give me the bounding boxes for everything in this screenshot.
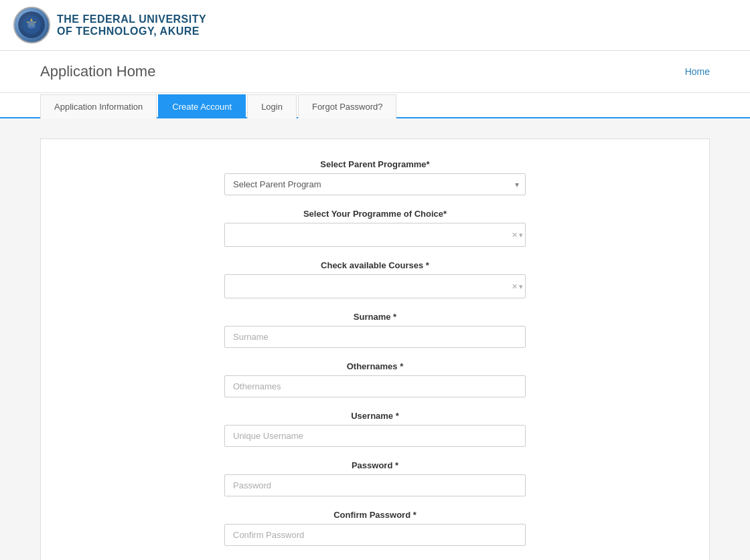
- surname-label: Surname *: [354, 312, 396, 322]
- site-header: THE FEDERAL UNIVERSITY OF TECHNOLOGY, AK…: [0, 0, 750, 51]
- check-courses-label: Check available Courses *: [321, 260, 429, 270]
- confirm-password-input[interactable]: [224, 524, 526, 546]
- check-courses-control[interactable]: [224, 274, 526, 298]
- clear-icon: ✕: [512, 282, 518, 291]
- select-parent-wrapper: Select Parent Program: [224, 173, 526, 195]
- select-parent-dropdown[interactable]: Select Parent Program: [224, 173, 526, 195]
- select-programme-control[interactable]: [224, 223, 526, 247]
- chevron-down-icon: ▾: [519, 231, 523, 240]
- password-input[interactable]: [224, 474, 526, 496]
- username-label: Username *: [351, 411, 399, 421]
- password-group: Password *: [61, 460, 689, 496]
- othernames-group: Othernames *: [61, 361, 689, 397]
- surname-group: Surname *: [61, 312, 689, 348]
- tab-login[interactable]: Login: [247, 94, 297, 118]
- clear-icon: ✕: [512, 231, 518, 240]
- svg-point-3: [27, 21, 35, 29]
- page-header: Application Home Home: [0, 51, 750, 93]
- select-programme-icons: ✕ ▾: [512, 231, 523, 240]
- tabs-container: Application Information Create Account L…: [0, 93, 750, 118]
- tab-forgot-password[interactable]: Forgot Password?: [298, 94, 397, 118]
- main-content: Select Parent Programme* Select Parent P…: [0, 118, 750, 560]
- confirm-password-group: Confirm Password *: [61, 510, 689, 546]
- select-programme-group: Select Your Programme of Choice* ✕ ▾: [61, 209, 689, 247]
- confirm-password-label: Confirm Password *: [333, 510, 417, 520]
- check-courses-group: Check available Courses * ✕ ▾: [61, 260, 689, 298]
- tab-application-information[interactable]: Application Information: [40, 94, 157, 118]
- tabs: Application Information Create Account L…: [40, 93, 710, 117]
- select-programme-label: Select Your Programme of Choice*: [303, 209, 447, 219]
- university-logo: [13, 7, 50, 43]
- home-link[interactable]: Home: [685, 66, 710, 77]
- logo-area: THE FEDERAL UNIVERSITY OF TECHNOLOGY, AK…: [13, 7, 206, 43]
- password-label: Password *: [352, 460, 398, 470]
- page-title: Application Home: [40, 63, 155, 80]
- tab-create-account[interactable]: Create Account: [158, 94, 246, 118]
- username-group: Username *: [61, 411, 689, 447]
- othernames-input[interactable]: [224, 375, 526, 397]
- select-programme-wrapper[interactable]: ✕ ▾: [224, 223, 526, 247]
- create-account-form: Select Parent Programme* Select Parent P…: [40, 138, 710, 560]
- select-parent-label: Select Parent Programme*: [320, 159, 429, 169]
- chevron-down-icon: ▾: [519, 282, 523, 291]
- surname-input[interactable]: [224, 326, 526, 348]
- othernames-label: Othernames *: [347, 361, 404, 371]
- username-input[interactable]: [224, 425, 526, 447]
- select-parent-group: Select Parent Programme* Select Parent P…: [61, 159, 689, 195]
- check-courses-wrapper[interactable]: ✕ ▾: [224, 274, 526, 298]
- check-courses-icons: ✕ ▾: [512, 282, 523, 291]
- university-name: THE FEDERAL UNIVERSITY OF TECHNOLOGY, AK…: [57, 13, 206, 37]
